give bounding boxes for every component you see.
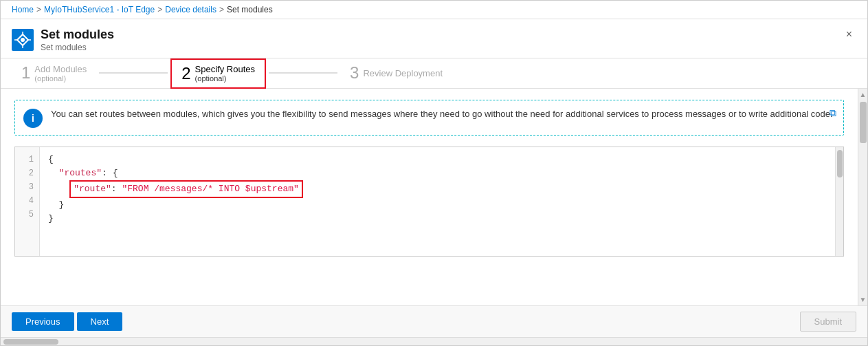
code-content[interactable]: { "routes": { "route": "FROM /messages/*…: [40, 147, 835, 256]
breadcrumb-device-details[interactable]: Device details: [165, 5, 216, 14]
code-line-4: }: [48, 198, 827, 212]
code-line-1: {: [48, 153, 827, 166]
wizard-steps: 1 Add Modules (optional) 2 Specify Route…: [1, 58, 867, 89]
breadcrumb: Home > MyIoTHubService1 - IoT Edge > Dev…: [1, 1, 867, 19]
iot-edge-icon: [12, 29, 34, 51]
line-num-2: 2: [21, 166, 34, 180]
step-3-number: 3: [350, 65, 359, 81]
line-num-4: 4: [21, 194, 34, 208]
step-2-number: 2: [181, 65, 190, 82]
line-num-1: 1: [21, 153, 34, 166]
step-1-sublabel: (optional): [34, 74, 87, 83]
editor-scrollbar[interactable]: [835, 147, 843, 256]
step-2-sublabel: (optional): [195, 74, 255, 83]
bottom-scrollbar-thumb: [3, 339, 58, 345]
editor-scrollbar-thumb: [837, 150, 843, 177]
info-text: You can set routes between modules, whic…: [51, 107, 835, 121]
scrollbar-track: [858, 100, 867, 294]
line-num-3: 3: [21, 180, 34, 194]
info-banner: i You can set routes between modules, wh…: [14, 100, 844, 136]
step-1-label: Add Modules: [34, 64, 87, 74]
scrollbar-down-arrow[interactable]: ▼: [858, 294, 867, 305]
wizard-step-1[interactable]: 1 Add Modules (optional): [12, 58, 96, 88]
breadcrumb-iot-hub[interactable]: MyIoTHubService1 - IoT Edge: [44, 5, 155, 14]
step-1-labels: Add Modules (optional): [34, 64, 87, 83]
step-1-number: 1: [21, 65, 30, 81]
line-numbers: 1 2 3 4 5: [15, 147, 40, 256]
step-separator-1: [99, 72, 168, 74]
step-2-labels: Specify Routes (optional): [195, 64, 255, 83]
main-container: Home > MyIoTHubService1 - IoT Edge > Dev…: [0, 0, 868, 346]
footer: Previous Next Submit: [1, 305, 867, 337]
external-link-icon[interactable]: ⧉: [830, 107, 836, 119]
page-scrollbar[interactable]: ▲ ▼: [858, 89, 867, 305]
panel-title-block: Set modules Set modules: [41, 28, 114, 52]
bottom-scrollbar[interactable]: [1, 337, 867, 345]
close-button[interactable]: ×: [842, 28, 856, 41]
previous-button[interactable]: Previous: [12, 312, 74, 331]
code-line-3: "route": "FROM /messages/* INTO $upstrea…: [48, 180, 827, 198]
page-scrollbar-thumb: [860, 102, 867, 143]
panel-subtitle: Set modules: [41, 43, 114, 52]
panel-header-left: Set modules Set modules: [12, 28, 114, 52]
scrollbar-up-arrow[interactable]: ▲: [858, 89, 867, 100]
content-area: i You can set routes between modules, wh…: [1, 89, 858, 305]
breadcrumb-current: Set modules: [227, 5, 273, 14]
svg-point-2: [21, 38, 25, 42]
info-icon: i: [23, 109, 43, 128]
breadcrumb-home[interactable]: Home: [12, 5, 34, 14]
step-3-label: Review Deployment: [363, 68, 443, 78]
wizard-step-2[interactable]: 2 Specify Routes (optional): [170, 58, 266, 89]
footer-left: Previous Next: [12, 312, 122, 331]
code-editor[interactable]: 1 2 3 4 5 { "routes": { "route": "FROM /…: [14, 147, 844, 257]
code-line-5: }: [48, 212, 827, 226]
step-2-label: Specify Routes: [195, 64, 255, 74]
panel-title: Set modules: [41, 28, 114, 43]
line-num-5: 5: [21, 208, 34, 221]
submit-button: Submit: [800, 312, 856, 332]
next-button[interactable]: Next: [77, 312, 123, 331]
code-line-2: "routes": {: [48, 166, 827, 180]
step-separator-2: [269, 72, 337, 74]
wizard-step-3[interactable]: 3 Review Deployment: [340, 58, 452, 88]
step-3-labels: Review Deployment: [363, 68, 443, 78]
panel-header: Set modules Set modules ×: [1, 19, 867, 58]
